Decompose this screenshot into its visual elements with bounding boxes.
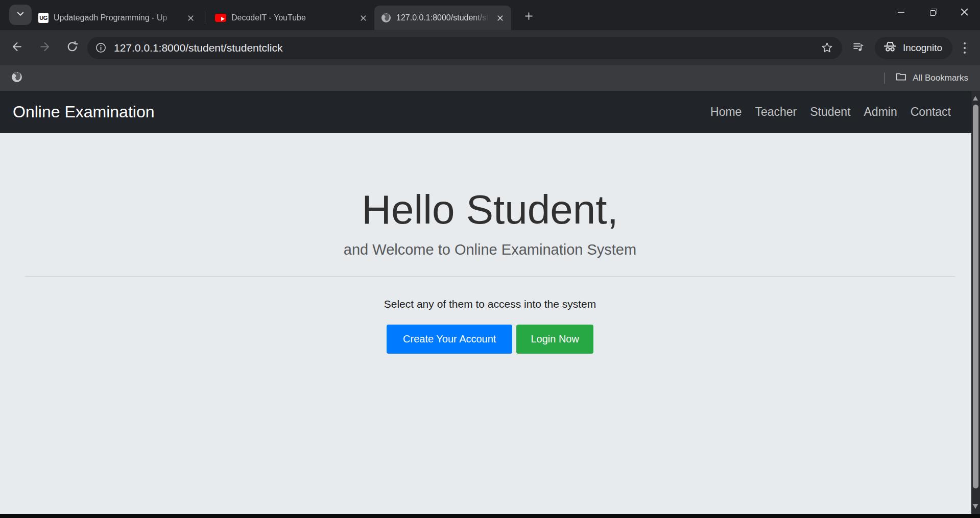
nav-link-admin[interactable]: Admin [864, 105, 897, 119]
site-info-button[interactable] [91, 39, 110, 57]
reload-button[interactable] [61, 37, 83, 59]
bookmark-star-button[interactable] [819, 39, 836, 57]
close-icon[interactable] [494, 12, 506, 24]
window-controls [885, 0, 980, 26]
ug-logo-icon: UG [38, 13, 49, 23]
globe-icon [11, 71, 22, 85]
tab-title: Updategadh Programming - Up [54, 13, 181, 22]
hero-section: Hello Student, and Welcome to Online Exa… [0, 133, 980, 354]
site-brand[interactable]: Online Examination [13, 103, 154, 121]
create-account-button[interactable]: Create Your Account [387, 325, 512, 354]
tab-localhost-active[interactable]: 127.0.0.1:8000/student/studentc [374, 6, 511, 30]
tab-title: DecodeIT - YouTube [231, 13, 354, 22]
site-nav-links: Home Teacher Student Admin Contact [710, 105, 951, 119]
action-buttons: Create Your Account Login Now [0, 325, 980, 354]
scrollbar-up-arrow[interactable] [973, 96, 978, 101]
media-controls-icon [852, 40, 865, 55]
incognito-label: Incognito [903, 42, 942, 54]
page-content: Online Examination Home Teacher Student … [0, 91, 980, 514]
media-controls-button[interactable] [847, 37, 870, 59]
bookmarks-bar: All Bookmarks [0, 65, 980, 91]
nav-link-home[interactable]: Home [710, 105, 742, 119]
hero-prompt: Select any of them to access into the sy… [0, 298, 980, 310]
close-icon [961, 8, 968, 18]
tab-decodeit-youtube[interactable]: DecodeIT - YouTube [208, 6, 374, 30]
back-arrow-icon [11, 40, 23, 55]
restore-icon [930, 10, 936, 16]
minimize-button[interactable] [885, 0, 917, 26]
login-now-button[interactable]: Login Now [516, 325, 593, 354]
divider [25, 276, 955, 277]
close-icon[interactable] [357, 12, 369, 24]
forward-button[interactable] [33, 37, 56, 59]
three-dot-menu-icon [964, 42, 966, 44]
all-bookmarks-button[interactable]: All Bookmarks [893, 69, 970, 87]
browser-window: UG Updategadh Programming - Up DecodeIT … [0, 0, 980, 518]
scrollbar-thumb[interactable] [973, 105, 978, 488]
nav-link-contact[interactable]: Contact [911, 105, 951, 119]
scrollbar-down-arrow[interactable] [973, 504, 978, 509]
reload-icon [66, 40, 79, 55]
all-bookmarks-label: All Bookmarks [913, 73, 968, 83]
tab-divider [205, 12, 205, 24]
incognito-icon [883, 39, 897, 56]
nav-link-student[interactable]: Student [810, 105, 850, 119]
site-navbar: Online Examination Home Teacher Student … [0, 91, 980, 133]
globe-icon [381, 13, 391, 23]
hero-subtitle: and Welcome to Online Examination System [0, 241, 980, 258]
window-bottom-edge [0, 514, 980, 518]
incognito-badge: Incognito [875, 37, 952, 59]
tab-updategadh[interactable]: UG Updategadh Programming - Up [32, 6, 202, 30]
browser-menu-button[interactable] [954, 37, 975, 59]
back-button[interactable] [6, 37, 28, 59]
url-text: 127.0.0.1:8000/student/studentclick [114, 42, 819, 54]
folder-icon [895, 71, 907, 85]
address-bar[interactable]: 127.0.0.1:8000/student/studentclick [87, 37, 842, 59]
close-window-button[interactable] [948, 0, 980, 26]
restore-button[interactable] [917, 0, 948, 26]
page-scrollbar [971, 91, 980, 514]
tab-strip: UG Updategadh Programming - Up DecodeIT … [0, 0, 980, 30]
tab-title: 127.0.0.1:8000/student/studentc [396, 13, 491, 22]
navigation-toolbar: 127.0.0.1:8000/student/studentclick [0, 30, 980, 65]
bookmarks-divider [884, 72, 885, 84]
minimize-icon [897, 8, 905, 18]
new-tab-button[interactable] [518, 7, 539, 27]
plus-icon [524, 12, 533, 22]
youtube-icon [215, 14, 226, 22]
forward-arrow-icon [38, 40, 51, 55]
chevron-down-icon [16, 9, 25, 20]
hero-title: Hello Student, [0, 133, 980, 235]
close-icon[interactable] [184, 12, 197, 24]
tab-search-button[interactable] [9, 5, 32, 25]
bookmark-item[interactable] [9, 70, 25, 86]
nav-link-teacher[interactable]: Teacher [755, 105, 797, 119]
